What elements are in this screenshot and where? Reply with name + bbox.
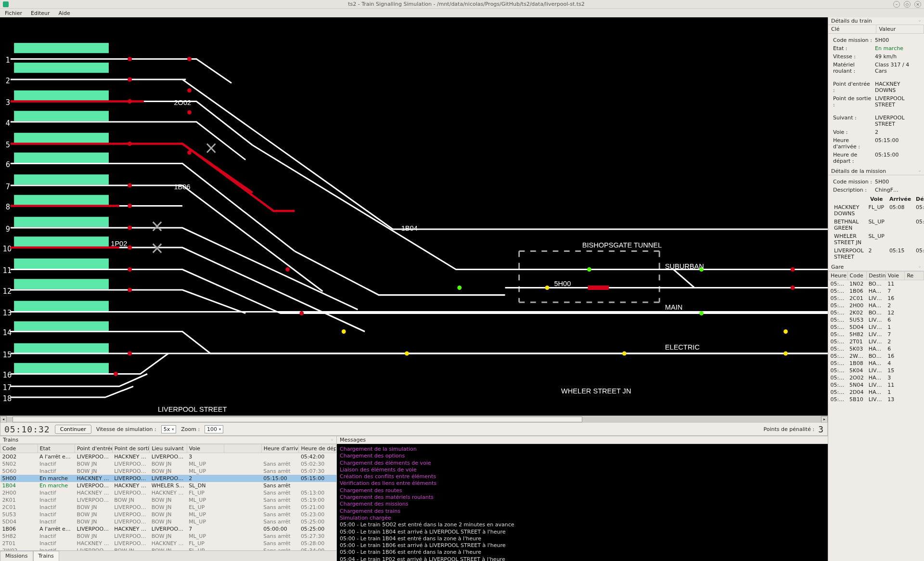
- chevron-icon[interactable]: ◦: [918, 264, 921, 270]
- svg-text:8: 8: [6, 203, 10, 211]
- table-row[interactable]: 05:405K04LIVERPOOL STREET15: [829, 367, 924, 374]
- menu-aide[interactable]: Aide: [59, 10, 70, 16]
- svg-point-44: [128, 204, 132, 208]
- menu-fichier[interactable]: Fichier: [5, 10, 22, 16]
- svg-point-63: [791, 267, 795, 272]
- table-row[interactable]: 05:375K03HACKNEY DOWNS6: [829, 345, 924, 352]
- table-row[interactable]: 05:401B08HACKNEY DOWNS4: [829, 360, 924, 367]
- svg-text:SUBURBAN: SUBURBAN: [665, 262, 704, 270]
- svg-point-45: [128, 225, 132, 230]
- chevron-icon[interactable]: ◦: [331, 437, 334, 443]
- svg-point-47: [128, 267, 132, 272]
- svg-point-36: [187, 57, 192, 61]
- trains-table[interactable]: CodeEtatPoint d'entréePoint de sortieLie…: [0, 444, 336, 550]
- table-row[interactable]: 2O02A l'arrêt en gareLIVERPOOL ST…HACKNE…: [0, 453, 336, 461]
- penalty-value: 3: [818, 424, 823, 434]
- svg-rect-6: [14, 174, 109, 184]
- sim-clock: 05:10:32: [4, 424, 50, 434]
- table-row[interactable]: 2K01InactifLIVERPOOL ST…BOW JNBOW JNML_U…: [0, 496, 336, 504]
- sim-speed-select[interactable]: 5x: [161, 425, 177, 433]
- scroll-right-icon[interactable]: ▸: [821, 416, 828, 423]
- table-row[interactable]: 05:282H00HACKNEY DOWNS2: [829, 302, 924, 309]
- table-row[interactable]: 05:422O02HACKNEY DOWNS3: [829, 374, 924, 381]
- table-row[interactable]: 05:282K02BOW JN12: [829, 309, 924, 316]
- svg-point-51: [457, 286, 462, 290]
- svg-text:16: 16: [3, 371, 12, 379]
- table-row[interactable]: 05:325D04LIVERPOOL STREET1: [829, 324, 924, 331]
- svg-text:1P02: 1P02: [111, 240, 127, 248]
- svg-point-49: [128, 351, 132, 355]
- maximize-icon[interactable]: ◇: [904, 1, 911, 8]
- menu-editeur[interactable]: Editeur: [31, 10, 50, 16]
- table-row[interactable]: 05:231N02BOW JN11: [829, 280, 924, 288]
- svg-rect-34: [588, 286, 609, 290]
- svg-rect-12: [14, 301, 109, 311]
- train-detail-header: Détails du train: [831, 18, 872, 24]
- svg-rect-8: [14, 217, 109, 227]
- svg-text:LIVERPOOL STREET: LIVERPOOL STREET: [158, 405, 227, 413]
- table-row[interactable]: 05:295U53LIVERPOOL STREET6: [829, 316, 924, 324]
- table-row[interactable]: 05:455B10LIVERPOOL STREET13: [829, 396, 924, 403]
- track-hscroll[interactable]: ◂ ▸: [0, 416, 828, 422]
- svg-text:4: 4: [6, 118, 10, 127]
- train-detail-table: Code mission :5H00Etat :En marcheVitesse…: [831, 36, 921, 166]
- svg-point-50: [114, 372, 118, 376]
- table-row[interactable]: 05:452D04HACKNEY DOWNS1: [829, 389, 924, 396]
- table-row[interactable]: 5U53InactifBOW JNLIVERPOOL ST…BOW JNML_U…: [0, 511, 336, 518]
- svg-rect-9: [14, 236, 109, 247]
- svg-point-57: [545, 286, 550, 290]
- svg-text:1: 1: [6, 56, 10, 65]
- table-row[interactable]: 5O60InactifBOW JNLIVERPOOL ST…BOW JNML_U…: [0, 468, 336, 475]
- chevron-icon[interactable]: ◦: [918, 18, 921, 24]
- mission-header: Détails de la mission: [831, 168, 886, 174]
- svg-text:1B04: 1B04: [401, 224, 418, 232]
- svg-rect-2: [14, 91, 109, 101]
- table-row[interactable]: 5D04InactifBOW JNLIVERPOOL ST…BOW JNML_U…: [0, 518, 336, 525]
- table-row[interactable]: 1B04En marcheLIVERPOOL ST…HACKNEY DO…WHE…: [0, 482, 336, 489]
- svg-point-38: [187, 88, 192, 92]
- table-row[interactable]: 05:435N04LIVERPOOL STREET11: [829, 381, 924, 389]
- continue-button[interactable]: Continuer: [55, 425, 91, 434]
- svg-text:2: 2: [6, 76, 10, 85]
- svg-text:10: 10: [3, 244, 12, 253]
- svg-point-41: [128, 142, 132, 146]
- svg-text:9: 9: [6, 224, 10, 233]
- svg-point-39: [128, 99, 132, 104]
- svg-text:6: 6: [6, 160, 10, 169]
- svg-rect-0: [14, 43, 109, 53]
- table-row[interactable]: 2T01InactifHACKNEY DO…LIVERPOOL ST…HACKN…: [0, 540, 336, 547]
- svg-point-59: [783, 329, 788, 334]
- app-icon: [3, 1, 9, 7]
- table-row[interactable]: 5N02InactifBOW JNLIVERPOOL ST…BOW JNML_U…: [0, 460, 336, 468]
- table-row[interactable]: 05:251B06HACKNEY DOWNS7: [829, 287, 924, 295]
- tab-trains[interactable]: Trains: [33, 551, 59, 561]
- tab-missions[interactable]: Missions: [0, 551, 33, 561]
- zoom-label: Zoom :: [181, 426, 200, 432]
- gare-table[interactable]: HeureCodeDestinationVoieRe 05:231N02BOW …: [828, 271, 924, 403]
- table-row[interactable]: 05:335H82LIVERPOOL STREET7: [829, 331, 924, 338]
- minimize-icon[interactable]: –: [893, 1, 900, 8]
- table-row[interactable]: 5H00En marcheHACKNEY DO…LIVERPOOL ST…LIV…: [0, 475, 336, 482]
- svg-point-64: [791, 286, 795, 290]
- svg-rect-10: [14, 259, 109, 269]
- table-row[interactable]: 1B06A l'arrêt en gareLIVERPOOL ST…HACKNE…: [0, 525, 336, 533]
- svg-rect-7: [14, 195, 109, 205]
- table-row[interactable]: 5H82InactifBOW JNLIVERPOOL ST…BOW JNML_U…: [0, 533, 336, 540]
- track-diagram[interactable]: 12 34 56 78 910 1112 1314 1516 1718: [0, 17, 828, 416]
- table-row[interactable]: 05:362T01LIVERPOOL STREET2: [829, 338, 924, 345]
- table-row[interactable]: 2W02InactifLIVERPOOL ST…BOW JNBOW JNEL_U…: [0, 547, 336, 550]
- table-row[interactable]: 05:262C01LIVERPOOL STREET16: [829, 295, 924, 302]
- zoom-select[interactable]: 100: [205, 425, 223, 433]
- scroll-left-icon[interactable]: ◂: [0, 416, 7, 423]
- svg-rect-1: [14, 63, 109, 73]
- messages-log[interactable]: Chargement de la simulationChargement de…: [337, 444, 828, 561]
- table-row[interactable]: 2H00InactifHACKNEY DO…LIVERPOOL ST…HACKN…: [0, 489, 336, 496]
- svg-text:5: 5: [6, 141, 10, 149]
- svg-text:7: 7: [6, 182, 10, 191]
- svg-text:2O02: 2O02: [174, 99, 191, 106]
- close-icon[interactable]: ×: [914, 1, 921, 8]
- table-row[interactable]: 05:372W02BOW JN16: [829, 352, 924, 360]
- mission-kv: Code mission :5H00Description :ChingF…: [831, 177, 921, 195]
- table-row[interactable]: 2C01InactifBOW JNLIVERPOOL ST…BOW JNEL_U…: [0, 504, 336, 511]
- chevron-icon[interactable]: ◦: [918, 169, 921, 174]
